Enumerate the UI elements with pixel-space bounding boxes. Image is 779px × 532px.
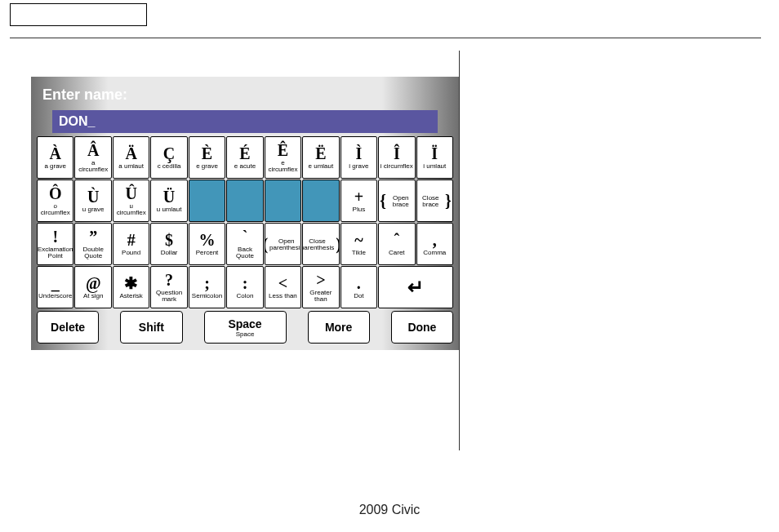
key-label: e grave [196, 163, 218, 170]
blank-key [226, 180, 263, 222]
done-button[interactable]: Done [391, 311, 453, 344]
char-key[interactable]: %Percent [189, 223, 225, 265]
char-key[interactable]: ?Question mark [150, 266, 187, 308]
key-label: Plus [353, 206, 366, 213]
char-key[interactable]: Çc cedilla [150, 136, 187, 179]
key-glyph: @ [86, 275, 101, 291]
key-label: Question mark [152, 290, 185, 303]
char-key[interactable]: :Colon [226, 266, 263, 308]
key-glyph: Ë [315, 145, 326, 162]
char-key[interactable]: >Greater than [302, 266, 339, 308]
page-tab [10, 3, 147, 26]
char-key[interactable]: Ìi grave [341, 136, 377, 179]
blank-key [265, 180, 301, 222]
key-glyph: Ì [355, 145, 362, 162]
char-key[interactable]: Üu umlaut [150, 180, 187, 222]
char-key[interactable]: #Pound [113, 223, 149, 265]
char-key[interactable]: Àa grave [37, 136, 73, 179]
key-label: i grave [349, 163, 368, 170]
key-glyph: ✱ [124, 275, 138, 291]
key-label: u circumflex [114, 203, 148, 216]
char-key[interactable]: Ëe umlaut [302, 136, 339, 179]
key-label: Caret [389, 250, 405, 256]
char-key[interactable]: @At sign [74, 266, 111, 308]
char-key[interactable]: `Back Quote [226, 223, 263, 265]
key-label: Open parenthesis [269, 238, 301, 251]
key-glyph: Ü [163, 188, 175, 205]
key-glyph: Ô [49, 185, 62, 202]
key-glyph: _ [51, 275, 60, 291]
char-key[interactable]: {Open brace [378, 180, 415, 222]
enter-icon: ↵ [407, 277, 424, 297]
char-key[interactable]: ~Tilde [341, 223, 377, 265]
space-button[interactable]: Space Space [204, 311, 287, 344]
char-key[interactable]: Close parenthesis) [302, 223, 339, 265]
char-key[interactable]: ,Comma [416, 223, 453, 265]
key-label: u grave [82, 206, 105, 213]
char-key[interactable]: ✱Asterisk [113, 266, 149, 308]
char-key[interactable]: ;Semicolon [189, 266, 225, 308]
key-label: o circumflex [38, 203, 72, 216]
blank-key [189, 180, 225, 222]
key-label: Double Quote [76, 246, 109, 259]
key-label: Exclamation Point [38, 246, 73, 259]
char-key[interactable]: _Underscore [37, 266, 73, 308]
keyboard-grid: Àa graveÂa circumflexÄa umlautÇc cedilla… [37, 136, 453, 308]
key-label: i circumflex [381, 163, 413, 170]
key-glyph: # [127, 232, 136, 248]
key-label: a grave [44, 163, 66, 170]
char-key[interactable]: !Exclamation Point [37, 223, 73, 265]
char-key[interactable]: Ûu circumflex [113, 180, 149, 222]
char-key[interactable]: .Dot [341, 266, 377, 308]
char-key[interactable]: ˆCaret [378, 223, 415, 265]
char-key[interactable]: Ïi umlaut [416, 136, 453, 179]
key-label: e circumflex [266, 160, 300, 173]
key-glyph: ! [52, 228, 58, 245]
key-glyph: À [50, 145, 61, 162]
key-label: Comma [423, 250, 446, 256]
char-key[interactable]: Ée acute [226, 136, 263, 179]
char-key[interactable]: Ùu grave [74, 180, 111, 222]
key-label: Semicolon [192, 293, 222, 299]
delete-button[interactable]: Delete [37, 311, 99, 344]
key-glyph: ˆ [394, 232, 399, 248]
key-label: Pound [122, 250, 140, 256]
char-key[interactable]: ”Double Quote [74, 223, 111, 265]
char-key[interactable]: $Dollar [150, 223, 187, 265]
footer-text: 2009 Civic [0, 503, 779, 517]
key-label: Close parenthesis [302, 238, 334, 251]
key-label: Percent [196, 250, 219, 256]
char-key[interactable]: +Plus [341, 180, 377, 222]
key-glyph: ; [204, 275, 210, 291]
char-key[interactable]: Êe circumflex [265, 136, 301, 179]
key-glyph: È [202, 145, 212, 162]
key-label: c cedilla [158, 163, 181, 170]
char-key[interactable]: (Open parenthesis [265, 223, 301, 265]
shift-button[interactable]: Shift [120, 311, 182, 344]
key-glyph: Ê [278, 142, 288, 158]
more-button[interactable]: More [308, 311, 370, 344]
key-glyph: Û [125, 185, 136, 202]
input-value: DON_ [59, 114, 95, 129]
name-input[interactable]: DON_ [52, 110, 438, 133]
char-key[interactable]: Îi circumflex [378, 136, 415, 179]
key-glyph: ) [336, 236, 339, 252]
key-label: Close brace [418, 195, 444, 208]
key-label: Dot [354, 293, 363, 299]
key-label: Back Quote [228, 246, 261, 259]
key-glyph: Î [394, 145, 400, 162]
key-glyph: : [243, 275, 248, 291]
char-key[interactable]: Âa circumflex [74, 136, 111, 179]
key-glyph: $ [165, 232, 173, 248]
key-glyph: Ù [87, 188, 99, 205]
char-key[interactable]: <Less than [265, 266, 301, 308]
key-label: a circumflex [76, 160, 109, 173]
char-key[interactable]: Ôo circumflex [37, 180, 73, 222]
char-key[interactable]: Äa umlaut [113, 136, 149, 179]
vertical-divider [459, 51, 460, 450]
enter-key[interactable]: ↵ [378, 266, 453, 308]
char-key[interactable]: Èe grave [189, 136, 225, 179]
key-label: At sign [83, 293, 103, 299]
char-key[interactable]: Close brace} [416, 180, 453, 222]
key-glyph: ` [243, 228, 248, 245]
